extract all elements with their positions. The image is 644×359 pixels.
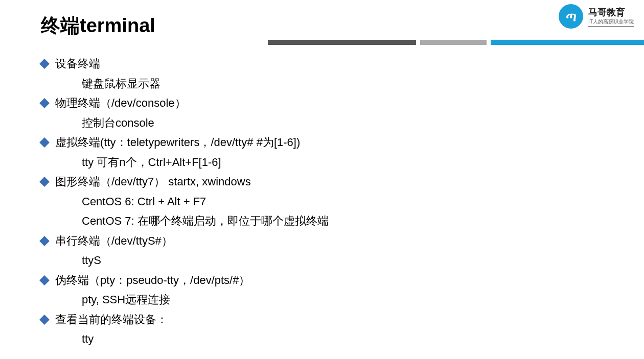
bullet-subitem: 键盘鼠标显示器 bbox=[41, 74, 644, 94]
logo-area: ጣ 马哥教育 IT人的高薪职业学院 bbox=[559, 4, 634, 29]
diamond-icon bbox=[39, 315, 50, 325]
bullet-heading: 图形终端（/dev/tty7） startx, xwindows bbox=[55, 172, 251, 192]
bar-blue bbox=[491, 40, 644, 45]
bullet-item: 图形终端（/dev/tty7） startx, xwindows bbox=[41, 172, 644, 192]
bullet-item: 虚拟终端(tty：teletypewriters，/dev/tty# #为[1-… bbox=[41, 133, 644, 153]
diamond-icon bbox=[39, 236, 50, 246]
bullet-subitem: tty 可有n个，Ctrl+Alt+F[1-6] bbox=[41, 153, 644, 173]
bullet-heading: 设备终端 bbox=[55, 54, 100, 74]
logo-subtitle: IT人的高薪职业学院 bbox=[588, 18, 634, 27]
diamond-icon bbox=[39, 59, 50, 69]
accent-bars bbox=[268, 40, 644, 45]
logo-text: 马哥教育 IT人的高薪职业学院 bbox=[588, 6, 634, 27]
content-list: 设备终端键盘鼠标显示器物理终端（/dev/console）控制台console虚… bbox=[41, 54, 644, 349]
bullet-subitem: ttyS bbox=[41, 251, 644, 271]
logo-icon: ጣ bbox=[559, 4, 583, 29]
bullet-heading: 虚拟终端(tty：teletypewriters，/dev/tty# #为[1-… bbox=[55, 133, 300, 153]
logo-title: 马哥教育 bbox=[588, 6, 634, 18]
bullet-item: 设备终端 bbox=[41, 54, 644, 74]
bullet-subitem: pty, SSH远程连接 bbox=[41, 290, 644, 310]
bullet-subitem: 控制台console bbox=[41, 113, 644, 133]
bar-dark bbox=[268, 40, 416, 45]
slide: 终端terminal ጣ 马哥教育 IT人的高薪职业学院 设备终端键盘鼠标显示器… bbox=[0, 0, 644, 359]
bullet-subitem: CentOS 7: 在哪个终端启动，即位于哪个虚拟终端 bbox=[41, 211, 644, 231]
diamond-icon bbox=[39, 98, 50, 108]
diamond-icon bbox=[39, 177, 50, 187]
bullet-heading: 查看当前的终端设备： bbox=[55, 310, 168, 330]
slide-title: 终端terminal bbox=[41, 13, 644, 39]
bullet-heading: 物理终端（/dev/console） bbox=[55, 93, 186, 113]
diamond-icon bbox=[39, 137, 50, 148]
bullet-heading: 串行终端（/dev/ttyS#） bbox=[55, 231, 173, 251]
diamond-icon bbox=[39, 275, 50, 285]
bullet-item: 查看当前的终端设备： bbox=[41, 310, 644, 330]
bullet-item: 物理终端（/dev/console） bbox=[41, 93, 644, 113]
bullet-subitem: tty bbox=[41, 329, 644, 349]
bullet-item: 串行终端（/dev/ttyS#） bbox=[41, 231, 644, 251]
bullet-item: 伪终端（pty：pseudo-tty，/dev/pts/#） bbox=[41, 271, 644, 291]
bullet-subitem: CentOS 6: Ctrl + Alt + F7 bbox=[41, 192, 644, 212]
bullet-heading: 伪终端（pty：pseudo-tty，/dev/pts/#） bbox=[55, 271, 250, 291]
bar-gray bbox=[420, 40, 487, 45]
